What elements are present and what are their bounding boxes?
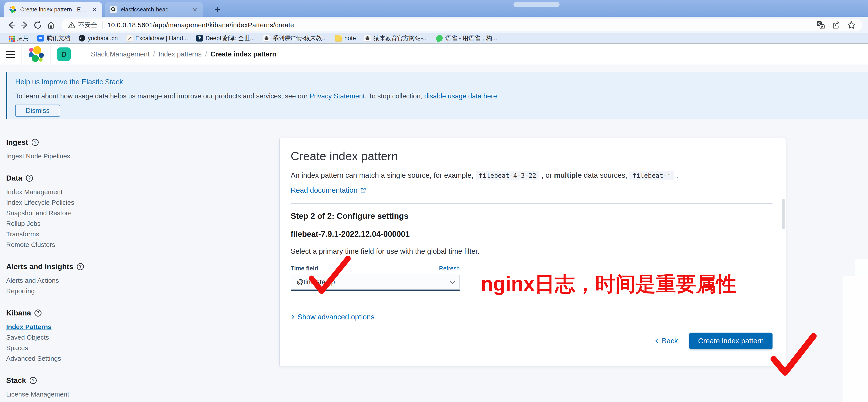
window-drag-pill <box>514 2 560 7</box>
security-chip[interactable]: 不安全 <box>68 21 102 29</box>
create-index-pattern-button[interactable]: Create index pattern <box>689 333 773 349</box>
sidebar-item-license-management[interactable]: License Management <box>6 389 103 400</box>
section-title: Data <box>6 174 22 182</box>
help-icon <box>34 310 41 317</box>
bookmark-star-icon[interactable] <box>847 21 856 29</box>
address-bar[interactable]: 不安全 10.0.0.18:5601/app/management/kibana… <box>61 19 862 31</box>
sidebar-item-transforms[interactable]: Transforms <box>6 229 103 239</box>
yuchaoit-icon <box>79 35 85 41</box>
sidebar-section-alerts-insights: Alerts and Insights Alerts and Actions R… <box>6 262 103 296</box>
sidebar-item-alerts-and-actions[interactable]: Alerts and Actions <box>6 275 103 286</box>
management-sidebar: Ingest Ingest Node Pipelines Data Index … <box>6 138 103 402</box>
header-separator <box>51 44 51 65</box>
elastic-logo[interactable] <box>28 46 44 62</box>
sidebar-item-rollup-jobs[interactable]: Rollup Jobs <box>6 218 103 229</box>
time-field-label: Time field <box>291 265 318 272</box>
section-title: Kibana <box>6 309 31 317</box>
not-secure-warning-icon <box>68 21 75 29</box>
intro-text: An index pattern can match a single sour… <box>291 170 773 181</box>
time-field-value: @timestamp <box>297 278 335 286</box>
bookmark-tencent-docs[interactable]: 腾讯文档 <box>35 34 73 42</box>
elastic-favicon <box>9 6 16 13</box>
bookmark-deepl[interactable]: DeepL翻译: 全世... <box>194 34 257 42</box>
back-arrow-icon <box>7 20 16 30</box>
bookmark-course-detail[interactable]: 系列课详情-猿来教... <box>260 34 330 42</box>
disable-usage-data-link[interactable]: disable usage data here <box>424 92 497 100</box>
share-icon[interactable] <box>832 21 840 29</box>
sidebar-item-saved-objects[interactable]: Saved Objects <box>6 332 103 343</box>
tab-elasticsearch-head[interactable]: elasticsearch-head × <box>105 2 203 17</box>
breadcrumb-index-patterns[interactable]: Index patterns <box>158 50 207 58</box>
forward-button[interactable] <box>19 19 30 31</box>
sidebar-item-ingest-node-pipelines[interactable]: Ingest Node Pipelines <box>6 151 103 162</box>
omnibox-actions <box>816 21 856 29</box>
sidebar-item-index-lifecycle-policies[interactable]: Index Lifecycle Policies <box>6 197 103 208</box>
tab-close-icon[interactable]: × <box>91 6 97 13</box>
home-button[interactable] <box>45 19 57 31</box>
page-title: Create index pattern <box>291 149 773 163</box>
help-icon <box>77 263 84 270</box>
section-title: Ingest <box>6 138 28 146</box>
help-icon <box>32 139 39 146</box>
bookmark-yuchaoit[interactable]: yuchaoit.cn <box>76 34 121 42</box>
deepl-icon <box>196 35 203 41</box>
sidebar-item-index-patterns[interactable]: Index Patterns <box>6 322 103 332</box>
tab-strip: Create index pattern - Elastic × elastic… <box>0 0 868 17</box>
section-title: Alerts and Insights <box>6 262 73 271</box>
help-icon <box>26 175 33 182</box>
sidebar-item-spaces[interactable]: Spaces <box>6 343 103 353</box>
header-separator <box>22 44 22 65</box>
telemetry-banner: Help us improve the Elastic Stack To lea… <box>6 72 868 119</box>
breadcrumb-stack-management[interactable]: Stack Management <box>91 50 155 58</box>
sidebar-section-ingest: Ingest Ingest Node Pipelines <box>6 138 103 162</box>
bookmarks-bar: 应用 腾讯文档 yuchaoit.cn Excalidraw | Hand...… <box>0 33 868 43</box>
panel-scrollbar[interactable] <box>782 199 784 229</box>
breadcrumb-create-index-pattern: Create index pattern <box>211 50 276 58</box>
code-example-single: filebeat-4-3-22 <box>476 171 539 180</box>
bookmark-note[interactable]: note <box>333 34 359 42</box>
back-button[interactable]: Back <box>656 337 678 345</box>
space-avatar[interactable]: D <box>57 48 71 61</box>
annotation-white-patch <box>842 276 868 402</box>
chevron-left-icon <box>655 339 659 343</box>
tab-close-icon[interactable]: × <box>192 6 198 13</box>
note-icon <box>335 35 342 41</box>
hamburger-menu-icon[interactable] <box>6 51 16 58</box>
bookmark-apps[interactable]: 应用 <box>5 34 32 42</box>
tab-title: Create index pattern - Elastic <box>20 6 87 13</box>
sidebar-section-kibana: Kibana Index Patterns Saved Objects Spac… <box>6 309 103 364</box>
banner-body: To learn about how usage data helps us m… <box>15 92 859 100</box>
back-button[interactable] <box>6 19 17 31</box>
create-index-pattern-panel: Create index pattern An index pattern ca… <box>279 138 786 366</box>
refresh-link[interactable]: Refresh <box>439 265 460 272</box>
sidebar-item-snapshot-and-restore[interactable]: Snapshot and Restore <box>6 208 103 218</box>
tab-create-index-pattern[interactable]: Create index pattern - Elastic × <box>4 2 102 17</box>
sidebar-item-index-management[interactable]: Index Management <box>6 187 103 197</box>
show-advanced-options[interactable]: Show advanced options <box>291 313 773 321</box>
time-field-select[interactable]: @timestamp <box>291 275 460 291</box>
kibana-page: Help us improve the Elastic Stack To lea… <box>0 65 868 402</box>
dismiss-button[interactable]: Dismiss <box>15 105 60 117</box>
bookmark-excalidraw[interactable]: Excalidraw | Hand... <box>124 34 191 42</box>
sidebar-item-advanced-settings[interactable]: Advanced Settings <box>6 353 103 364</box>
read-documentation-link[interactable]: Read documentation <box>291 186 773 194</box>
chevron-right-icon <box>290 315 294 319</box>
elasticsearch-head-favicon <box>110 6 117 13</box>
new-tab-button[interactable]: + <box>211 3 223 16</box>
sidebar-item-reporting[interactable]: Reporting <box>6 286 103 296</box>
yuque-icon <box>436 34 443 42</box>
url-text: 10.0.0.18:5601/app/management/kibana/ind… <box>107 21 812 29</box>
bookmark-yuanlai-site[interactable]: 猿来教育官方网站-... <box>362 34 431 42</box>
section-title: Stack <box>6 376 26 385</box>
reload-button[interactable] <box>32 19 43 31</box>
header-separator <box>77 44 77 65</box>
privacy-statement-link[interactable]: Privacy Statement <box>310 92 365 100</box>
tab-separator <box>208 6 208 13</box>
annotation-white-patch <box>855 259 868 277</box>
time-field-row: Time field Refresh <box>291 265 460 272</box>
bookmark-yuque[interactable]: 语雀 - 用语雀，构... <box>434 34 500 42</box>
sidebar-item-remote-clusters[interactable]: Remote Clusters <box>6 239 103 250</box>
translate-icon[interactable] <box>816 21 825 29</box>
breadcrumb: Stack Management Index patterns Create i… <box>91 50 276 58</box>
panel-footer: Back Create index pattern <box>291 333 773 349</box>
